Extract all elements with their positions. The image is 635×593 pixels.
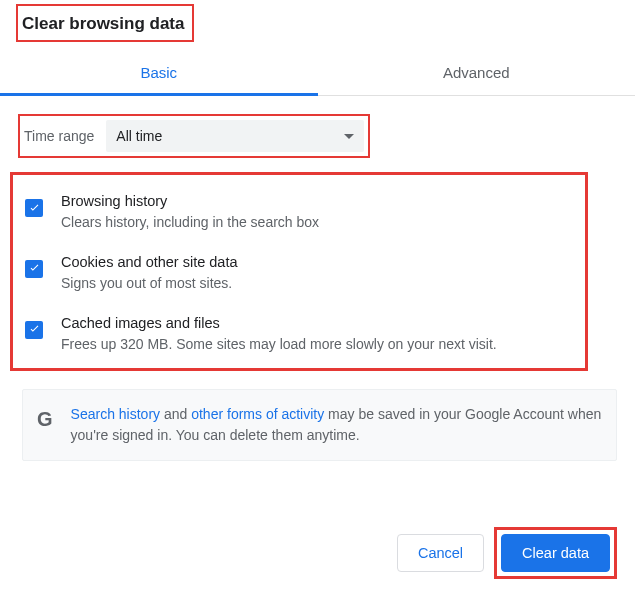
tab-basic[interactable]: Basic (0, 50, 318, 96)
info-text: Search history and other forms of activi… (71, 404, 602, 446)
time-range-select[interactable]: All time (106, 120, 364, 152)
option-browsing-history: Browsing history Clears history, includi… (21, 189, 577, 250)
option-title: Browsing history (61, 193, 577, 213)
tabs-bar: Basic Advanced (0, 50, 635, 96)
checkbox-cookies[interactable] (25, 260, 43, 278)
option-title: Cookies and other site data (61, 254, 577, 274)
google-g-icon: G (37, 404, 71, 431)
checkbox-browsing-history[interactable] (25, 199, 43, 217)
dialog-footer: Cancel Clear data (397, 527, 617, 579)
tab-advanced[interactable]: Advanced (318, 50, 636, 96)
cancel-button[interactable]: Cancel (397, 534, 484, 572)
option-desc: Clears history, including in the search … (61, 213, 577, 232)
search-history-link[interactable]: Search history (71, 406, 160, 422)
check-icon (28, 202, 41, 215)
option-desc: Frees up 320 MB. Some sites may load mor… (61, 335, 577, 354)
dialog-title: Clear browsing data (22, 14, 184, 34)
option-title: Cached images and files (61, 315, 577, 335)
chevron-down-icon (344, 134, 354, 139)
option-text: Browsing history Clears history, includi… (61, 193, 577, 232)
clear-data-highlight: Clear data (494, 527, 617, 579)
checkbox-cache[interactable] (25, 321, 43, 339)
info-between: and (160, 406, 191, 422)
other-activity-link[interactable]: other forms of activity (191, 406, 324, 422)
options-group: Browsing history Clears history, includi… (10, 172, 588, 371)
option-cache: Cached images and files Frees up 320 MB.… (21, 311, 577, 354)
option-text: Cached images and files Frees up 320 MB.… (61, 315, 577, 354)
clear-data-button[interactable]: Clear data (501, 534, 610, 572)
dialog-title-highlight: Clear browsing data (16, 4, 194, 42)
check-icon (28, 323, 41, 336)
time-range-row: Time range All time (18, 114, 370, 158)
option-cookies: Cookies and other site data Signs you ou… (21, 250, 577, 311)
option-text: Cookies and other site data Signs you ou… (61, 254, 577, 293)
check-icon (28, 262, 41, 275)
option-desc: Signs you out of most sites. (61, 274, 577, 293)
info-box: G Search history and other forms of acti… (22, 389, 617, 461)
time-range-value: All time (116, 128, 162, 144)
time-range-label: Time range (24, 128, 106, 144)
